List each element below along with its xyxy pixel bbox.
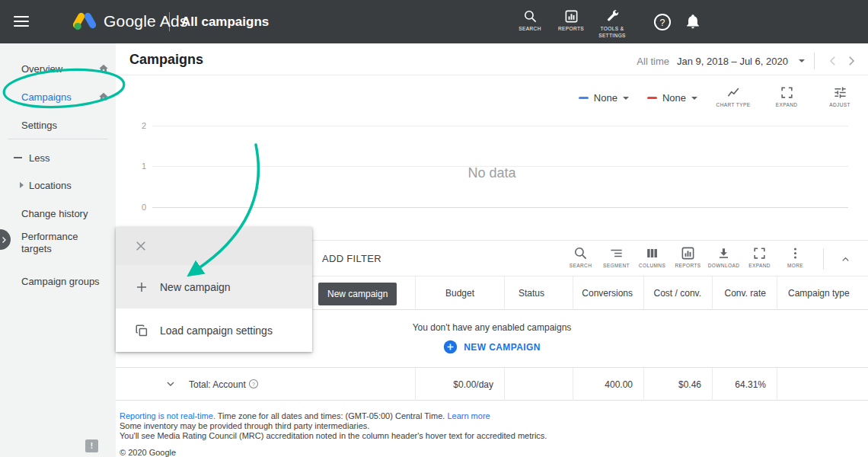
menu-item-load-campaign-settings[interactable]: Load campaign settings [116,308,312,352]
close-icon [134,239,148,253]
notifications-bell-button[interactable] [685,13,701,31]
plus-icon [135,280,148,294]
chevron-right-icon [0,235,8,244]
learn-more-link[interactable]: Learn more [447,411,490,420]
more-label: MORE [787,263,803,269]
page-header: Campaigns All time Jan 9, 2018 – Jul 6, … [116,43,868,75]
copyright: © 2020 Google [120,448,176,457]
column-header-budget[interactable]: Budget [415,276,504,310]
total-campaign-type-value [777,368,868,401]
chart-type-button[interactable]: CHART TYPE [716,85,751,108]
tools-settings-nav-button[interactable]: TOOLS & SETTINGS [592,9,633,40]
realtime-link[interactable]: Reporting is not real-time. [120,411,215,420]
reports-icon [564,9,579,24]
help-button[interactable]: ? [653,12,672,32]
chart-expand-button[interactable]: EXPAND [769,85,804,108]
expand-icon [780,85,794,100]
info-help-icon[interactable]: ? [248,379,259,389]
google-ads-logo[interactable]: Google Ads [73,11,188,31]
feedback-button[interactable]: ! [85,439,98,452]
x-axis-line [152,207,848,208]
plus-circle-icon [443,340,458,354]
total-row-chevron-button[interactable] [164,378,177,390]
close-button[interactable] [134,239,148,253]
sidebar-item-campaigns[interactable]: Campaigns [0,85,116,108]
tune-icon [833,85,847,100]
topbar-divider [169,12,170,31]
search-nav-button[interactable]: SEARCH [509,9,550,40]
column-header-status[interactable]: Status [504,276,573,310]
reports-nav-button[interactable]: REPORTS [550,9,592,40]
table-reports-button[interactable]: REPORTS [670,246,706,269]
series2-dash-icon [647,97,657,99]
report-footnotes: Reporting is not real-time. Time zone fo… [120,411,547,441]
metric-select-1[interactable]: None [579,92,629,104]
date-range-picker[interactable]: All time Jan 9, 2018 – Jul 6, 2020 [637,53,860,69]
download-label: DOWNLOAD [708,263,739,269]
metric-select-2[interactable]: None [647,92,697,104]
copy-icon [135,324,148,337]
columns-button[interactable]: COLUMNS [634,246,670,269]
toolbar-divider [823,248,824,270]
segment-button[interactable]: SEGMENT [598,246,634,269]
total-budget-value: $0.00/day [415,368,504,401]
series1-dash-icon [579,97,589,99]
question-mark-glyph: ? [252,382,255,387]
expand-triangle-icon [20,182,24,188]
chevron-down-icon [691,97,697,100]
add-filter-button[interactable]: ADD FILTER [322,253,381,264]
column-header-conv-rate[interactable]: Conv. rate [712,276,777,310]
table-expand-button[interactable]: EXPAND [742,246,777,269]
sidebar-change-history-label: Change history [21,208,88,219]
sidebar-item-campaign-groups[interactable]: Campaign groups [0,270,116,292]
minus-icon [14,157,22,158]
sidebar-item-less[interactable]: Less [0,146,116,169]
sidebar-item-performance-targets[interactable]: Performance targets [0,226,116,260]
footnote-line-2: Some inventory may be provided through t… [120,421,547,431]
sidebar-item-change-history[interactable]: Change history [0,202,116,225]
total-status-value [504,368,573,401]
chart-type-label: CHART TYPE [716,102,751,108]
top-app-bar: Google Ads All campaigns SEARCH REPORTS … [0,0,868,43]
segment-icon [609,246,624,260]
footnote-line-3: You'll see Media Rating Council (MRC) ac… [120,431,547,441]
sidebar-item-locations[interactable]: Locations [0,174,116,197]
menu-item-new-campaign-label: New campaign [160,281,231,293]
question-mark-icon: ? [660,18,665,28]
metric1-value: None [594,92,617,104]
menu-item-load-campaign-settings-label: Load campaign settings [160,324,273,337]
timezone-text: Time zone for all dates and times: (GMT-… [215,411,447,420]
chart-adjust-button[interactable]: ADJUST [822,85,857,108]
total-conversions-value: 400.00 [573,368,643,401]
more-vertical-icon [788,246,803,260]
column-header-conversions[interactable]: Conversions [573,276,643,310]
collapse-table-button[interactable] [840,254,851,265]
table-search-button[interactable]: SEARCH [563,246,598,269]
column-header-campaign-type[interactable]: Campaign type [777,276,868,310]
next-period-button[interactable] [844,54,858,68]
chart-adjust-label: ADJUST [829,102,850,108]
total-conv-rate-value: 64.31% [712,368,777,401]
chevron-down-icon [164,378,177,390]
hamburger-menu-icon[interactable] [14,16,29,30]
tools-settings-nav-label: TOOLS & SETTINGS [595,26,630,40]
exclamation-icon: ! [91,442,93,450]
chevron-down-icon [623,97,629,100]
sidebar-campaign-groups-label: Campaign groups [21,276,100,287]
home-icon [98,63,109,74]
sidebar-item-settings[interactable]: Settings [0,113,116,136]
sidebar-item-overview[interactable]: Overview [0,57,116,80]
sidebar-less-label: Less [29,152,49,164]
more-button[interactable]: MORE [777,246,813,269]
menu-item-new-campaign[interactable]: New campaign [116,265,312,308]
download-button[interactable]: DOWNLOAD [706,246,742,269]
y-axis-tick: 2 [132,121,146,130]
segment-label: SEGMENT [603,263,630,269]
previous-period-button[interactable] [826,54,840,68]
new-campaign-button[interactable]: NEW CAMPAIGN [443,340,541,354]
google-ads-logo-icon [73,11,96,31]
sidebar-divider [8,139,108,139]
table-search-label: SEARCH [570,263,592,269]
search-nav-label: SEARCH [519,26,541,33]
column-header-cost-per-conv[interactable]: Cost / conv. [643,276,712,310]
